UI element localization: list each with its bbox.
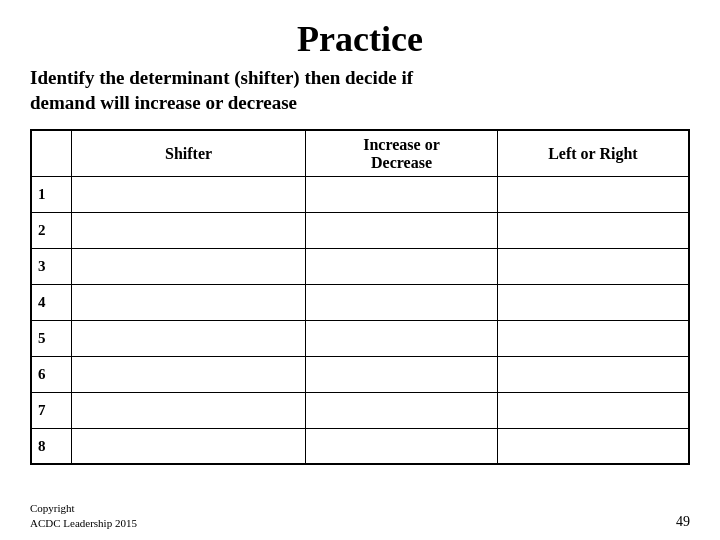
table-row: 2 [31, 212, 689, 248]
header-increase-or: Increase or [363, 136, 440, 153]
row-number: 5 [31, 320, 71, 356]
col-shifter-header: Shifter [71, 130, 305, 176]
row-increase-decrease [306, 356, 498, 392]
table-row: 6 [31, 356, 689, 392]
page-subtitle: Identify the determinant (shifter) then … [30, 66, 690, 115]
page-number: 49 [676, 514, 690, 530]
row-shifter [71, 176, 305, 212]
row-left-right [497, 176, 689, 212]
row-increase-decrease [306, 212, 498, 248]
table-row: 3 [31, 248, 689, 284]
row-shifter [71, 428, 305, 464]
copyright: Copyright ACDC Leadership 2015 [30, 501, 137, 530]
page-container: Practice Identify the determinant (shift… [0, 0, 720, 540]
table-row: 1 [31, 176, 689, 212]
table-row: 7 [31, 392, 689, 428]
row-number: 3 [31, 248, 71, 284]
footer: Copyright ACDC Leadership 2015 49 [30, 501, 690, 530]
row-shifter [71, 392, 305, 428]
row-shifter [71, 284, 305, 320]
practice-table-wrapper: Shifter Increase or Decrease Left or Rig… [30, 129, 690, 497]
row-number: 6 [31, 356, 71, 392]
row-shifter [71, 212, 305, 248]
table-row: 5 [31, 320, 689, 356]
row-increase-decrease [306, 176, 498, 212]
row-increase-decrease [306, 428, 498, 464]
row-left-right [497, 428, 689, 464]
table-header-row: Shifter Increase or Decrease Left or Rig… [31, 130, 689, 176]
row-number: 7 [31, 392, 71, 428]
row-shifter [71, 356, 305, 392]
page-title: Practice [297, 18, 423, 60]
col-increase-decrease-header: Increase or Decrease [306, 130, 498, 176]
row-left-right [497, 248, 689, 284]
row-number: 8 [31, 428, 71, 464]
subtitle-line2: demand will increase or decrease [30, 92, 297, 113]
col-left-right-header: Left or Right [497, 130, 689, 176]
row-shifter [71, 320, 305, 356]
row-number: 2 [31, 212, 71, 248]
row-increase-decrease [306, 392, 498, 428]
row-left-right [497, 284, 689, 320]
row-left-right [497, 320, 689, 356]
row-number: 4 [31, 284, 71, 320]
table-row: 4 [31, 284, 689, 320]
row-increase-decrease [306, 248, 498, 284]
row-left-right [497, 212, 689, 248]
row-increase-decrease [306, 284, 498, 320]
row-left-right [497, 392, 689, 428]
row-shifter [71, 248, 305, 284]
col-number-header [31, 130, 71, 176]
header-decrease: Decrease [371, 154, 432, 171]
subtitle-line1: Identify the determinant (shifter) then … [30, 67, 413, 88]
copyright-line1: Copyright [30, 502, 75, 514]
row-increase-decrease [306, 320, 498, 356]
table-row: 8 [31, 428, 689, 464]
copyright-line2: ACDC Leadership 2015 [30, 517, 137, 529]
row-left-right [497, 356, 689, 392]
practice-table: Shifter Increase or Decrease Left or Rig… [30, 129, 690, 465]
row-number: 1 [31, 176, 71, 212]
